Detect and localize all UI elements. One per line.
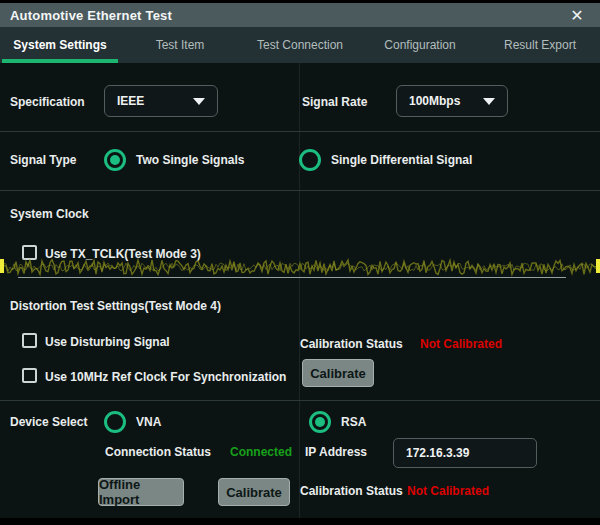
use-disturbing-signal-checkbox[interactable]	[22, 333, 37, 348]
signal-type-label: Signal Type	[10, 153, 76, 167]
close-icon[interactable]: ✕	[564, 3, 590, 27]
two-single-signals-label[interactable]: Two Single Signals	[136, 153, 244, 167]
use-10mhz-refclock-checkbox[interactable]	[22, 368, 37, 383]
tab-label: Test Item	[156, 38, 205, 52]
automotive-ethernet-test-dialog: Automotive Ethernet Test ✕ System Settin…	[0, 3, 600, 518]
specification-label: Specification	[10, 95, 85, 109]
tab-label: Result Export	[504, 38, 576, 52]
offline-import-button[interactable]: Offline Import	[98, 478, 184, 506]
system-clock-title: System Clock	[10, 207, 89, 221]
title-bar: Automotive Ethernet Test	[0, 3, 600, 27]
distortion-calibration-status-label: Calibration Status	[300, 337, 403, 351]
radio-rsa[interactable]	[309, 411, 331, 433]
device-select-label: Device Select	[10, 415, 87, 429]
separator	[0, 190, 600, 191]
ip-address-label: IP Address	[305, 445, 367, 459]
rsa-label[interactable]: RSA	[341, 415, 366, 429]
radio-two-single-signals[interactable]	[104, 149, 126, 171]
radio-dot	[110, 155, 120, 165]
device-calibrate-button[interactable]: Calibrate	[218, 478, 290, 506]
tab-configuration[interactable]: Configuration	[360, 27, 480, 63]
tab-label: System Settings	[13, 38, 106, 52]
radio-vna[interactable]	[104, 411, 126, 433]
tab-system-settings[interactable]: System Settings	[0, 27, 120, 63]
distortion-title: Distortion Test Settings(Test Mode 4)	[10, 299, 221, 313]
tab-test-connection[interactable]: Test Connection	[240, 27, 360, 63]
specification-dropdown[interactable]: IEEE	[104, 85, 218, 117]
signal-rate-dropdown[interactable]: 100Mbps	[396, 85, 508, 117]
separator-light	[18, 277, 566, 278]
connection-status-value: Connected	[230, 445, 292, 459]
device-calibration-status-value: Not Calibrated	[407, 484, 489, 498]
distortion-calibration-status-value: Not Calibrated	[420, 337, 502, 351]
connection-status-label: Connection Status	[105, 445, 211, 459]
radio-single-differential-signal[interactable]	[299, 149, 321, 171]
tab-result-export[interactable]: Result Export	[480, 27, 600, 63]
tab-label: Test Connection	[257, 38, 343, 52]
channel-waveform	[0, 256, 600, 278]
chevron-down-icon	[483, 98, 495, 105]
dialog-title: Automotive Ethernet Test	[0, 8, 172, 23]
ip-address-input[interactable]	[393, 438, 537, 468]
separator	[0, 131, 600, 132]
device-calibration-status-label: Calibration Status	[300, 484, 403, 498]
signal-rate-label: Signal Rate	[302, 95, 367, 109]
waveform-right-marker	[596, 259, 600, 273]
waveform-left-marker	[0, 259, 4, 273]
distortion-calibrate-button[interactable]: Calibrate	[302, 359, 374, 387]
signal-rate-value: 100Mbps	[409, 94, 460, 108]
tab-label: Configuration	[384, 38, 455, 52]
tab-test-item[interactable]: Test Item	[120, 27, 240, 63]
single-differential-signal-label[interactable]: Single Differential Signal	[331, 153, 472, 167]
radio-dot	[315, 417, 325, 427]
tab-bar: System Settings Test Item Test Connectio…	[0, 27, 600, 63]
specification-value: IEEE	[117, 94, 144, 108]
use-10mhz-refclock-label[interactable]: Use 10MHz Ref Clock For Synchronization	[45, 370, 286, 384]
system-settings-panel: Specification IEEE Signal Rate 100Mbps S…	[0, 63, 600, 518]
chevron-down-icon	[193, 98, 205, 105]
use-disturbing-signal-label[interactable]: Use Disturbing Signal	[45, 335, 170, 349]
vna-label[interactable]: VNA	[136, 415, 161, 429]
separator	[0, 400, 600, 401]
